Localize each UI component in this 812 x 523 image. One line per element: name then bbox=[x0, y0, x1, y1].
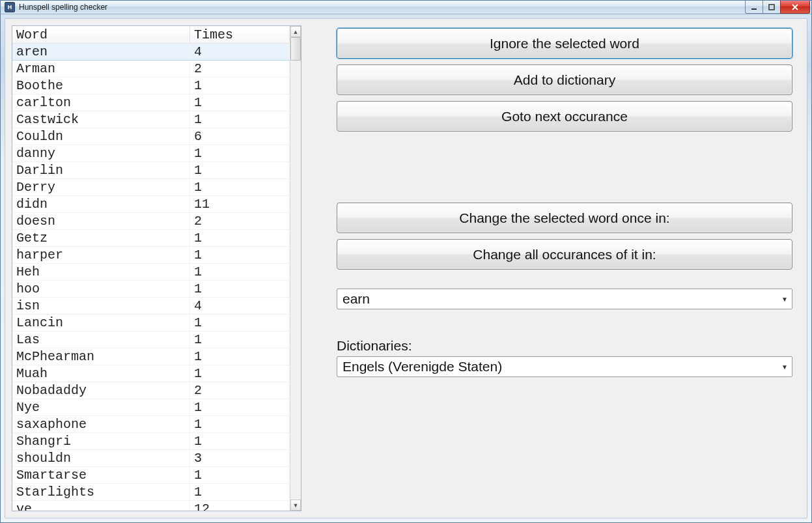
app-icon: H bbox=[5, 2, 15, 12]
close-button[interactable] bbox=[780, 1, 810, 14]
goto-next-button[interactable]: Goto next occurance bbox=[337, 101, 792, 132]
word-cell: Derry bbox=[12, 179, 190, 196]
times-cell: 1 bbox=[190, 78, 290, 94]
table-row[interactable]: Getz1 bbox=[12, 230, 290, 247]
times-cell: 1 bbox=[190, 399, 290, 416]
column-header-word[interactable]: Word bbox=[12, 26, 190, 44]
table-row[interactable]: saxaphone1 bbox=[12, 416, 290, 433]
table-row[interactable]: carlton1 bbox=[12, 94, 290, 111]
times-cell: 4 bbox=[190, 44, 290, 61]
word-cell: aren bbox=[12, 44, 190, 61]
times-cell: 1 bbox=[190, 365, 290, 382]
change-once-button[interactable]: Change the selected word once in: bbox=[337, 203, 792, 233]
word-cell: doesn bbox=[12, 213, 190, 230]
dictionaries-combo[interactable]: Engels (Verenigde Staten) ▼ bbox=[337, 356, 792, 377]
table-row[interactable]: Heh1 bbox=[12, 264, 290, 281]
times-cell: 1 bbox=[190, 416, 290, 433]
words-table-container: Word Times aren4Arman2Boothe1carlton1Cas… bbox=[12, 25, 301, 511]
table-row[interactable]: Starlights1 bbox=[12, 484, 290, 501]
word-cell: Las bbox=[12, 332, 190, 348]
word-cell: Nobadaddy bbox=[12, 382, 190, 399]
word-cell: Muah bbox=[12, 365, 190, 382]
words-table[interactable]: Word Times aren4Arman2Boothe1carlton1Cas… bbox=[12, 26, 290, 511]
times-cell: 3 bbox=[190, 450, 290, 467]
app-window: H Hunspell spelling checker Word Tim bbox=[0, 0, 812, 523]
vertical-scrollbar[interactable]: ▲ ▼ bbox=[290, 26, 301, 511]
svg-rect-0 bbox=[751, 8, 757, 10]
window-buttons bbox=[746, 1, 810, 14]
suggestion-combo[interactable]: earn ▼ bbox=[337, 289, 792, 309]
word-cell: Getz bbox=[12, 230, 190, 247]
word-cell: Lancin bbox=[12, 315, 190, 332]
table-row[interactable]: ve12 bbox=[12, 501, 290, 511]
times-cell: 4 bbox=[190, 298, 290, 315]
change-all-button[interactable]: Change all occurances of it in: bbox=[337, 239, 792, 270]
table-row[interactable]: Nye1 bbox=[12, 399, 290, 416]
scroll-thumb[interactable] bbox=[290, 37, 301, 61]
table-row[interactable]: shouldn3 bbox=[12, 450, 290, 467]
word-cell: Boothe bbox=[12, 78, 190, 94]
times-cell: 1 bbox=[190, 264, 290, 281]
table-row[interactable]: Derry1 bbox=[12, 179, 290, 196]
words-table-scroll: Word Times aren4Arman2Boothe1carlton1Cas… bbox=[12, 26, 290, 511]
add-dictionary-button-label: Add to dictionary bbox=[514, 72, 615, 88]
word-cell: Castwick bbox=[12, 111, 190, 128]
table-row[interactable]: isn4 bbox=[12, 298, 290, 315]
table-row[interactable]: Castwick1 bbox=[12, 111, 290, 128]
word-cell: Starlights bbox=[12, 484, 190, 501]
column-header-times[interactable]: Times bbox=[190, 26, 290, 44]
word-cell: Nye bbox=[12, 399, 190, 416]
table-row[interactable]: Nobadaddy2 bbox=[12, 382, 290, 399]
scroll-down-button[interactable]: ▼ bbox=[290, 500, 301, 511]
table-row[interactable]: Darlin1 bbox=[12, 162, 290, 179]
times-cell: 1 bbox=[190, 94, 290, 111]
table-row[interactable]: Smartarse1 bbox=[12, 467, 290, 484]
ignore-button[interactable]: Ignore the selected word bbox=[337, 28, 792, 59]
add-dictionary-button[interactable]: Add to dictionary bbox=[337, 64, 792, 95]
word-cell: Couldn bbox=[12, 128, 190, 145]
times-cell: 12 bbox=[190, 501, 290, 511]
times-cell: 1 bbox=[190, 484, 290, 501]
word-cell: Darlin bbox=[12, 162, 190, 179]
table-row[interactable]: Las1 bbox=[12, 332, 290, 348]
word-cell: ve bbox=[12, 501, 190, 511]
times-cell: 2 bbox=[190, 382, 290, 399]
table-row[interactable]: Shangri1 bbox=[12, 433, 290, 450]
times-cell: 6 bbox=[190, 128, 290, 145]
word-cell: didn bbox=[12, 196, 190, 213]
right-panel: Ignore the selected word Add to dictiona… bbox=[301, 25, 800, 511]
word-cell: shouldn bbox=[12, 450, 190, 467]
table-row[interactable]: doesn2 bbox=[12, 213, 290, 230]
maximize-button[interactable] bbox=[763, 1, 781, 14]
table-row[interactable]: Lancin1 bbox=[12, 315, 290, 332]
table-row[interactable]: hoo1 bbox=[12, 281, 290, 298]
table-header-row[interactable]: Word Times bbox=[12, 26, 290, 44]
table-row[interactable]: Muah1 bbox=[12, 365, 290, 382]
times-cell: 1 bbox=[190, 179, 290, 196]
times-cell: 1 bbox=[190, 348, 290, 365]
minimize-button[interactable] bbox=[745, 1, 763, 14]
goto-next-button-label: Goto next occurance bbox=[501, 109, 628, 124]
table-row[interactable]: Boothe1 bbox=[12, 78, 290, 94]
times-cell: 1 bbox=[190, 111, 290, 128]
change-all-button-label: Change all occurances of it in: bbox=[473, 247, 656, 262]
times-cell: 11 bbox=[190, 196, 290, 213]
change-once-button-label: Change the selected word once in: bbox=[459, 210, 669, 226]
titlebar[interactable]: H Hunspell spelling checker bbox=[1, 1, 811, 14]
table-row[interactable]: aren4 bbox=[12, 44, 290, 61]
table-row[interactable]: Couldn6 bbox=[12, 128, 290, 145]
table-row[interactable]: Arman2 bbox=[12, 61, 290, 78]
dropdown-icon: ▼ bbox=[780, 296, 789, 303]
times-cell: 1 bbox=[190, 145, 290, 162]
svg-rect-1 bbox=[769, 5, 774, 10]
table-row[interactable]: danny1 bbox=[12, 145, 290, 162]
table-row[interactable]: didn11 bbox=[12, 196, 290, 213]
word-cell: McPhearman bbox=[12, 348, 190, 365]
scroll-up-button[interactable]: ▲ bbox=[290, 26, 301, 37]
scroll-track[interactable] bbox=[290, 37, 301, 500]
table-row[interactable]: McPhearman1 bbox=[12, 348, 290, 365]
times-cell: 2 bbox=[190, 61, 290, 78]
word-cell: harper bbox=[12, 247, 190, 264]
times-cell: 2 bbox=[190, 213, 290, 230]
table-row[interactable]: harper1 bbox=[12, 247, 290, 264]
